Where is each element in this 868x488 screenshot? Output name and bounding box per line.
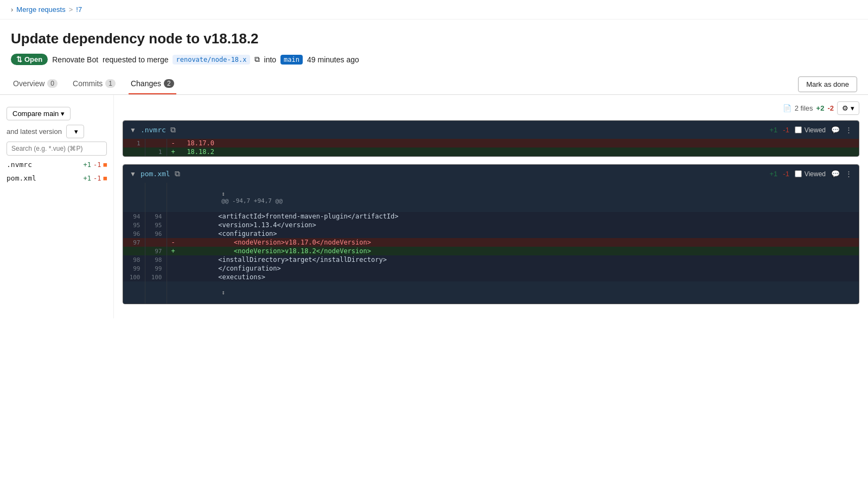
viewed-check-input-nvmrc[interactable] <box>795 126 802 133</box>
file-header-left-pomxml: ▼ pom.xml ⧉ <box>130 169 180 178</box>
target-branch[interactable]: main <box>280 55 303 65</box>
diff-file-header-pomxml: ▼ pom.xml ⧉ +1 -1 Viewed 💬 ⋮ <box>123 165 859 183</box>
diff-table-pomxml: ↕ @@ -94,7 +94,7 @@ 94 94 <artifactId>fr… <box>123 183 859 304</box>
diff-table-nvmrc: 1 - 18.17.0 1 + 18.18.2 <box>123 139 859 156</box>
tabs-bar: Overview 0 Commits 1 Changes 2 Mark as d… <box>0 74 868 95</box>
viewed-checkbox-pomxml[interactable]: Viewed <box>795 170 826 178</box>
expand-hunk-icon[interactable]: ↕ <box>221 190 225 197</box>
diff-file-nvmrc: ▼ .nvmrc ⧉ +1 -1 Viewed 💬 ⋮ <box>123 120 859 157</box>
file-changes-pomxml: +1 -1 ■ <box>83 175 107 182</box>
collapse-nvmrc-button[interactable]: ▼ <box>130 126 136 134</box>
table-row: 98 98 <installDirectory>target</installD… <box>123 255 859 264</box>
collapse-pomxml-button[interactable]: ▼ <box>130 170 136 178</box>
breadcrumb-separator: > <box>69 5 73 14</box>
file-count-icon: 📄 <box>783 104 792 112</box>
table-row: 1 - 18.17.0 <box>123 139 859 147</box>
file-modified-icon-2: ■ <box>103 175 107 182</box>
chevron-down-icon: ▾ <box>61 110 65 118</box>
chevron-down-icon-3: ▾ <box>851 104 854 112</box>
table-row: 95 95 <version>1.13.4</version> <box>123 221 859 229</box>
table-row: 100 100 <executions> <box>123 273 859 281</box>
tab-commits[interactable]: Commits 1 <box>71 74 118 94</box>
viewed-check-input-pomxml[interactable] <box>795 170 802 177</box>
diff-filename-nvmrc: .nvmrc <box>141 126 166 134</box>
file-modified-icon: ■ <box>103 161 107 168</box>
diff-settings-button[interactable]: ⚙ ▾ <box>837 101 859 115</box>
expand-hunk-bottom-icon[interactable]: ↕ <box>221 289 225 296</box>
chevron-right-icon: › <box>11 5 13 14</box>
files-count-info: 📄 2 files +2 -2 ⚙ ▾ <box>783 101 859 115</box>
list-item[interactable]: pom.xml +1 -1 ■ <box>0 171 113 185</box>
file-name-pomxml: pom.xml <box>7 174 36 182</box>
copy-path-icon-nvmrc[interactable]: ⧉ <box>170 125 176 134</box>
copy-path-icon-pomxml[interactable]: ⧉ <box>175 169 180 178</box>
merge-info: ⇅ Open Renovate Bot requested to merge r… <box>11 54 857 65</box>
page-header: Update dependency node to v18.18.2 ⇅ Ope… <box>0 20 868 65</box>
compare-branch-button[interactable]: Compare main ▾ <box>7 107 71 120</box>
status-badge: ⇅ Open <box>11 54 48 65</box>
file-header-right-pomxml: +1 -1 Viewed 💬 ⋮ <box>769 170 852 178</box>
file-name-nvmrc: .nvmrc <box>7 160 32 169</box>
diff-file-pomxml: ▼ pom.xml ⧉ +1 -1 Viewed 💬 ⋮ <box>123 164 859 304</box>
and-label: and latest version <box>7 127 62 136</box>
file-tree-sidebar: Compare main ▾ and latest version ▾ .nvm… <box>0 95 114 318</box>
table-row: ↕ @@ -94,7 +94,7 @@ <box>123 183 859 212</box>
copy-branch-icon: ⧉ <box>254 55 260 64</box>
file-header-left-nvmrc: ▼ .nvmrc ⧉ <box>130 125 176 134</box>
source-branch[interactable]: renovate/node-18.x <box>173 55 250 65</box>
author-name: Renovate Bot <box>52 55 98 64</box>
diff-toolbar: 📄 2 files +2 -2 ⚙ ▾ <box>123 101 859 115</box>
breadcrumb-merge-requests[interactable]: Merge requests <box>16 5 65 14</box>
diff-file-header-nvmrc: ▼ .nvmrc ⧉ +1 -1 Viewed 💬 ⋮ <box>123 121 859 139</box>
list-item[interactable]: .nvmrc +1 -1 ■ <box>0 158 113 171</box>
diff-area: 📄 2 files +2 -2 ⚙ ▾ ▼ .nvmrc ⧉ +1 <box>114 95 868 318</box>
table-row: 97 + <nodeVersion>v18.18.2</nodeVersion> <box>123 247 859 255</box>
mark-as-done-button[interactable]: Mark as done <box>798 76 857 92</box>
diff-filename-pomxml: pom.xml <box>141 170 170 178</box>
viewed-checkbox-nvmrc[interactable]: Viewed <box>795 126 826 134</box>
into-text: into <box>264 55 277 64</box>
merge-icon: ⇅ <box>16 55 22 63</box>
table-row: ↕ <box>123 281 859 304</box>
more-options-icon-pomxml[interactable]: ⋮ <box>845 170 852 178</box>
more-options-icon-nvmrc[interactable]: ⋮ <box>845 126 852 134</box>
main-content: Compare main ▾ and latest version ▾ .nvm… <box>0 95 868 318</box>
breadcrumb: › Merge requests > !7 <box>0 0 868 20</box>
file-changes-nvmrc: +1 -1 ■ <box>83 161 107 169</box>
tab-overview[interactable]: Overview 0 <box>11 74 60 94</box>
file-search-input[interactable] <box>7 142 107 156</box>
latest-version-button[interactable]: ▾ <box>66 125 84 138</box>
table-row: 94 94 <artifactId>frontend-maven-plugin<… <box>123 212 859 221</box>
tab-changes[interactable]: Changes 2 <box>129 74 176 94</box>
page-title: Update dependency node to v18.18.2 <box>11 30 857 47</box>
comment-icon-nvmrc[interactable]: 💬 <box>831 126 840 134</box>
table-row: 96 96 <configuration> <box>123 229 859 238</box>
table-row: 1 + 18.18.2 <box>123 147 859 156</box>
file-list: .nvmrc +1 -1 ■ pom.xml +1 -1 ■ <box>0 158 113 185</box>
time-ago: 49 minutes ago <box>307 55 359 64</box>
comment-icon-pomxml[interactable]: 💬 <box>831 170 840 178</box>
chevron-down-icon-2: ▾ <box>74 127 78 136</box>
table-row: 99 99 </configuration> <box>123 264 859 273</box>
action-text: requested to merge <box>103 55 168 64</box>
breadcrumb-issue[interactable]: !7 <box>76 5 82 14</box>
table-row: 97 - <nodeVersion>v18.17.0</nodeVersion> <box>123 238 859 247</box>
gear-icon: ⚙ <box>842 104 848 112</box>
file-header-right-nvmrc: +1 -1 Viewed 💬 ⋮ <box>769 126 852 134</box>
